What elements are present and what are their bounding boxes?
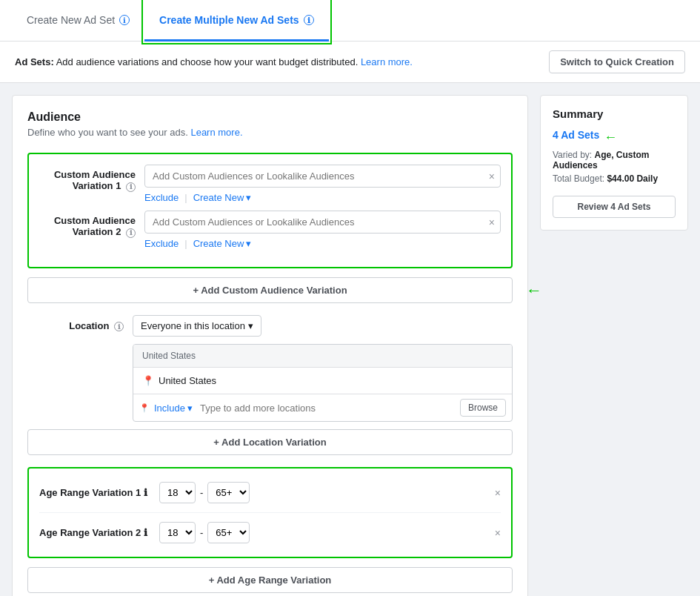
variation1-create-new-btn[interactable]: Create New ▾ xyxy=(193,192,252,203)
variation1-input-row: × xyxy=(144,165,501,188)
variation2-input-wrap: × Exclude | Create New ▾ xyxy=(144,211,501,249)
variation2-label: Custom AudienceVariation 2 ℹ xyxy=(39,211,136,238)
variation1-separator: | xyxy=(184,192,187,203)
custom-audience-variation-2-row: Custom AudienceVariation 2 ℹ × Exclude |… xyxy=(39,211,501,249)
include-label: Include xyxy=(154,403,185,414)
ad-sets-link[interactable]: 4 Ad Sets xyxy=(553,129,599,141)
variation2-input-row: × xyxy=(144,211,501,234)
age-var1-close-icon[interactable]: × xyxy=(495,487,501,499)
age-variation-2-label: Age Range Variation 2 ℹ xyxy=(39,527,150,538)
variation1-close-icon[interactable]: × xyxy=(489,170,495,182)
location-item-us: 📍 United States xyxy=(133,368,512,394)
info-bar: Ad Sets: Add audience variations and cho… xyxy=(0,42,700,83)
age-var2-close-icon[interactable]: × xyxy=(495,527,501,539)
add-custom-audience-variation-button[interactable]: + Add Custom Audience Variation xyxy=(27,277,513,303)
age-variation-1-label: Age Range Variation 1 ℹ xyxy=(39,487,150,498)
summary-varied-by-value: Age, Custom Audiences xyxy=(553,150,650,170)
age-var1-info-icon[interactable]: ℹ xyxy=(144,487,147,498)
add-location-variation-button[interactable]: + Add Location Variation xyxy=(27,429,513,455)
age-var2-label-text: Age Range Variation 2 xyxy=(39,527,141,538)
switch-quick-creation-button[interactable]: Switch to Quick Creation xyxy=(549,50,685,73)
browse-button[interactable]: Browse xyxy=(460,399,506,417)
location-box-header: United States xyxy=(133,345,512,368)
audience-desc-text: Define who you want to see your ads. xyxy=(27,127,188,138)
age-var1-label-text: Age Range Variation 1 xyxy=(39,487,141,498)
location-label-text: Location xyxy=(69,320,109,331)
variation2-create-new-label: Create New xyxy=(193,238,244,249)
summary-varied-by: Varied by: Age, Custom Audiences xyxy=(553,150,676,170)
top-tabs-bar: Create New Ad Set ℹ Create Multiple New … xyxy=(0,0,700,42)
audience-section-title: Audience xyxy=(27,110,513,124)
summary-panel: Summary 4 Ad Sets ← Varied by: Age, Cust… xyxy=(540,95,688,231)
include-chevron-icon: ▾ xyxy=(187,403,193,414)
info-bar-text: Ad Sets: Add audience variations and cho… xyxy=(15,56,413,67)
tab-create-new-ad-set[interactable]: Create New Ad Set ℹ xyxy=(12,1,144,42)
variation2-chevron-icon: ▾ xyxy=(246,238,251,249)
location-include-dropdown[interactable]: Include ▾ xyxy=(154,403,193,414)
ad-sets-label: Ad Sets: xyxy=(15,56,54,67)
custom-audience-variations-box: Custom AudienceVariation 1 ℹ × Exclude |… xyxy=(27,153,513,268)
add-audience-arrow-icon: ← xyxy=(526,281,542,300)
tab2-info-icon[interactable]: ℹ xyxy=(304,15,314,25)
variation2-separator: | xyxy=(184,238,187,249)
age-var2-controls: 18 - 65+ × xyxy=(159,522,501,543)
audience-learn-more[interactable]: Learn more. xyxy=(190,127,242,138)
variation1-create-new-label: Create New xyxy=(193,192,244,203)
location-section: Location ℹ Everyone in this location ▾ U… xyxy=(27,315,513,455)
location-field-row: Location ℹ Everyone in this location ▾ xyxy=(27,315,513,337)
location-input-pin-icon: 📍 xyxy=(139,403,150,413)
age-var2-info-icon[interactable]: ℹ xyxy=(144,527,147,538)
location-pin-icon: 📍 xyxy=(142,375,154,386)
variation2-audience-input[interactable] xyxy=(144,211,501,234)
variation1-label: Custom AudienceVariation 1 ℹ xyxy=(39,165,136,192)
info-bar-desc: Add audience variations and choose how y… xyxy=(56,56,359,67)
age-variation-1-row: Age Range Variation 1 ℹ 18 - 65+ × xyxy=(39,473,501,513)
age-var2-min-select[interactable]: 18 xyxy=(159,522,196,543)
custom-audience-variation-1-row: Custom AudienceVariation 1 ℹ × Exclude |… xyxy=(39,165,501,203)
location-dropdown-label: Everyone in this location xyxy=(141,320,245,331)
variation2-close-icon[interactable]: × xyxy=(489,216,495,228)
age-var2-max-select[interactable]: 65+ xyxy=(207,522,250,543)
age-variation-2-row: Age Range Variation 2 ℹ 18 - 65+ × xyxy=(39,513,501,552)
age-var1-max-select[interactable]: 65+ xyxy=(207,482,250,503)
tab-create-multiple-label: Create Multiple New Ad Sets xyxy=(159,14,299,26)
location-label: Location ℹ xyxy=(27,320,124,332)
variation1-actions: Exclude | Create New ▾ xyxy=(144,192,501,203)
tab-create-multiple-new-ad-sets[interactable]: Create Multiple New Ad Sets ℹ xyxy=(144,1,329,42)
age-var1-controls: 18 - 65+ × xyxy=(159,482,501,503)
summary-arrow-icon: ← xyxy=(604,130,617,145)
age-var1-dash: - xyxy=(200,487,203,498)
variation2-actions: Exclude | Create New ▾ xyxy=(144,238,501,249)
variation1-chevron-icon: ▾ xyxy=(246,192,251,203)
age-variations-box: Age Range Variation 1 ℹ 18 - 65+ × Age R… xyxy=(27,467,513,558)
age-var1-min-select[interactable]: 18 xyxy=(159,482,196,503)
variation1-input-wrap: × Exclude | Create New ▾ xyxy=(144,165,501,203)
tab1-info-icon[interactable]: ℹ xyxy=(119,15,130,25)
summary-title: Summary xyxy=(553,107,676,120)
variation2-create-new-btn[interactable]: Create New ▾ xyxy=(193,238,252,249)
location-info-icon[interactable]: ℹ xyxy=(114,322,124,331)
add-age-range-variation-button[interactable]: + Add Age Range Variation xyxy=(27,567,513,593)
location-item-name: United States xyxy=(159,375,216,386)
variation1-info-icon[interactable]: ℹ xyxy=(126,182,136,192)
audience-section-desc: Define who you want to see your ads. Lea… xyxy=(27,127,513,138)
location-input-row: 📍 Include ▾ Browse xyxy=(133,394,512,421)
variation2-exclude-btn[interactable]: Exclude xyxy=(144,238,179,249)
review-ad-sets-button[interactable]: Review 4 Ad Sets xyxy=(553,196,676,218)
variation1-audience-input[interactable] xyxy=(144,165,501,188)
variation1-exclude-btn[interactable]: Exclude xyxy=(144,192,179,203)
location-dropdown-button[interactable]: Everyone in this location ▾ xyxy=(133,315,261,337)
summary-budget: Total Budget: $44.00 Daily xyxy=(553,173,676,184)
main-content: Audience Define who you want to see your… xyxy=(0,83,700,596)
learn-more-link[interactable]: Learn more. xyxy=(361,56,413,67)
age-var2-dash: - xyxy=(200,527,203,538)
tab-create-new-ad-set-label: Create New Ad Set xyxy=(27,14,115,26)
location-box: United States 📍 United States 📍 Include … xyxy=(133,344,513,422)
left-panel: Audience Define who you want to see your… xyxy=(12,95,528,596)
variation2-info-icon[interactable]: ℹ xyxy=(126,228,136,238)
location-search-input[interactable] xyxy=(197,400,456,417)
summary-budget-value: $44.00 Daily xyxy=(607,173,658,184)
location-chevron-icon: ▾ xyxy=(248,320,253,331)
